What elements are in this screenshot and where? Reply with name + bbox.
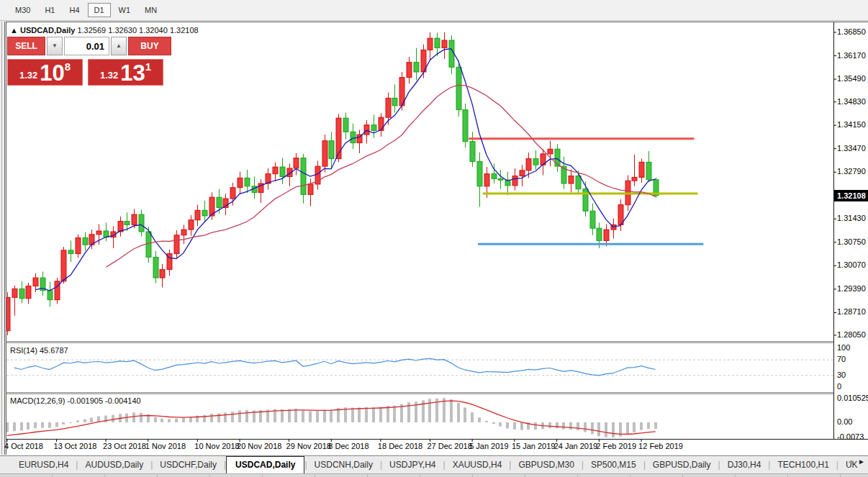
rsi-indicator-label: RSI(14) 45.6787	[10, 346, 68, 355]
chart-tab-gbpusd-daily[interactable]: GBPUSD,Daily	[646, 458, 718, 472]
volume-decrease-button[interactable]: ▼	[47, 37, 63, 55]
current-price-tag: 1.32108	[834, 190, 868, 201]
sell-price-prefix: 1.32	[19, 70, 37, 81]
price-axis-label: 1.30070	[837, 260, 866, 269]
price-axis-label: 1.30750	[837, 237, 866, 246]
date-axis-label: 18 Dec 2018	[378, 442, 422, 450]
chart-collapse-icon[interactable]: ▲	[10, 26, 18, 35]
price-axis-label: 1.34830	[837, 97, 866, 106]
date-axis-label: 23 Oct 2018	[103, 442, 146, 450]
buy-price-box[interactable]: 1.32 13 1	[88, 59, 163, 86]
macd-axis-label: 0.00	[837, 417, 852, 426]
price-axis-label: 1.29390	[837, 284, 866, 293]
price-axis-label: 1.36850	[837, 27, 866, 36]
date-axis-label: 5 Jan 2019	[469, 442, 508, 450]
macd-axis-label: 0.010525	[837, 394, 868, 402]
mt4-terminal: M30H1H4D1W1MN ▲ USDCAD,Daily 1.32569 1.3…	[0, 0, 868, 477]
chart-tab-gbpusd-m30[interactable]: GBPUSD,M30	[511, 458, 581, 472]
date-axis-label: 10 Nov 2018	[194, 442, 239, 450]
price-axis-label: 1.36170	[837, 51, 866, 60]
chart-tab-eurusd-h4[interactable]: EURUSD,H4	[12, 458, 76, 472]
chart-tab-sp500-m15[interactable]: SP500,M15	[584, 458, 643, 472]
rsi-axis-label: 0	[837, 382, 841, 391]
tab-scroll-right-icon[interactable]: ►	[858, 458, 865, 465]
price-axis-label: 1.28710	[837, 307, 866, 316]
subwindow-separator-macd[interactable]	[6, 392, 833, 394]
chart-tab-dj30-h4[interactable]: DJ30,H4	[720, 458, 769, 472]
date-axis-label: 1 Nov 2018	[145, 442, 186, 450]
date-axis-label: 15 Jan 2019	[512, 442, 556, 450]
sell-button[interactable]: SELL	[7, 37, 45, 55]
price-axis-label: 1.31430	[837, 214, 866, 222]
buy-button[interactable]: BUY	[128, 37, 171, 55]
chart-ohlc-values: 1.32569 1.32630 1.32040 1.32108	[77, 26, 198, 35]
chart-tab-bar: EURUSD,H4|AUDUSD,Daily|USDCHF,Daily|USDC…	[0, 455, 868, 473]
date-axis-label: 27 Dec 2018	[427, 442, 471, 450]
volume-increase-button[interactable]: ▲	[111, 37, 127, 55]
date-axis-border	[6, 439, 868, 440]
macd-indicator-label: MACD(12,26,9) -0.001905 -0.004140	[10, 396, 141, 405]
chart-tab-usdchf-daily[interactable]: USDCHF,Daily	[153, 458, 224, 472]
rsi-axis-label: 70	[837, 355, 846, 363]
chart-tab-xauusd-h4[interactable]: XAUUSD,H4	[446, 458, 510, 472]
sell-price-box[interactable]: 1.32 10 8	[7, 59, 83, 86]
rsi-axis-label: 30	[837, 371, 846, 379]
date-axis-label: 4 Oct 2018	[4, 442, 43, 450]
tab-scroll-left-icon[interactable]: ◄	[846, 458, 854, 465]
date-axis-label: 24 Jan 2019	[554, 442, 598, 450]
sell-price-point: 8	[65, 60, 71, 73]
price-axis-label: 1.35490	[837, 74, 866, 83]
chart-tab-usdcad-daily[interactable]: USDCAD,Daily	[226, 456, 304, 473]
rsi-axis-label: 100	[837, 343, 850, 352]
buy-price-pips: 13	[120, 64, 145, 83]
price-axis-label: 1.33470	[837, 144, 866, 153]
sell-price-pips: 10	[40, 64, 64, 83]
price-axis-label: 1.32790	[837, 167, 866, 176]
macd-axis-label: -0.0073	[837, 432, 864, 441]
date-axis-label: 29 Nov 2018	[286, 442, 331, 450]
chart-tab-tech100-h1[interactable]: TECH100,H1	[770, 458, 836, 472]
date-axis-label: 13 Oct 2018	[54, 442, 97, 450]
chart-title: ▲ USDCAD,Daily 1.32569 1.32630 1.32040 1…	[10, 26, 199, 35]
one-click-trading-panel: SELL ▼ ▲ BUY 1.32 10 8 1.32 13 1	[7, 37, 171, 86]
buy-price-point: 1	[145, 60, 151, 73]
taskbar-edge	[0, 473, 868, 477]
date-axis-label: 8 Dec 2018	[328, 442, 369, 450]
price-axis-label: 1.28050	[837, 330, 866, 339]
date-axis-label: 20 Nov 2018	[237, 442, 281, 450]
buy-price-prefix: 1.32	[100, 70, 118, 81]
chart-symbol-label: USDCAD,Daily	[20, 26, 75, 35]
subwindow-separator-rsi[interactable]	[6, 341, 833, 343]
price-axis-label: 1.34150	[837, 120, 866, 129]
tab-scroll-arrows: ◄ ►	[846, 458, 865, 465]
chart-tab-audusd-daily[interactable]: AUDUSD,Daily	[78, 458, 150, 472]
volume-input[interactable]	[64, 37, 109, 55]
price-axis-border	[833, 22, 834, 440]
chart-tab-usdcnh-daily[interactable]: USDCNH,Daily	[307, 458, 380, 472]
date-axis-label: 12 Feb 2019	[638, 442, 683, 450]
chart-tab-usdjpy-h4[interactable]: USDJPY,H4	[382, 458, 443, 472]
date-axis-label: 2 Feb 2019	[596, 442, 636, 450]
